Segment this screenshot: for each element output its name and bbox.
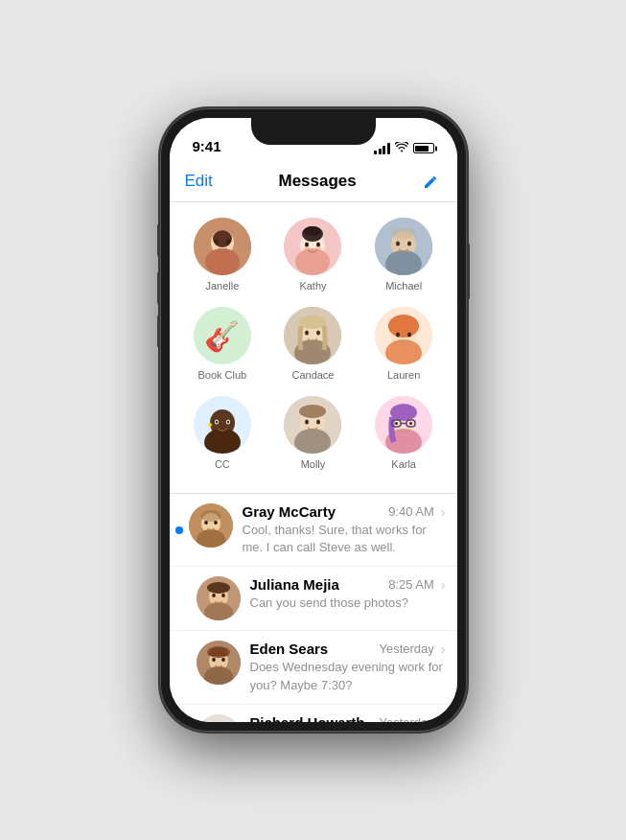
page-title: Messages [279,172,357,191]
msg-time-juliana: 8:25 AM › [388,577,445,593]
pinned-contact-lauren[interactable]: Lauren [370,307,437,381]
msg-sender-juliana: Juliana Mejia [250,576,339,593]
pinned-contacts-section: Janelle [170,202,457,493]
msg-content-eden: Eden Sears Yesterday › Does Wednesday ev… [250,641,446,693]
svg-point-4 [215,240,219,245]
svg-point-2 [213,230,232,247]
svg-point-39 [227,421,229,424]
pinned-contact-candace[interactable]: Candace [279,307,346,381]
svg-point-72 [221,658,225,662]
svg-point-40 [208,423,212,427]
avatar-kathy [284,218,341,275]
pinned-row-2: 🎸 Book Club [170,307,457,381]
svg-point-54 [395,422,398,425]
msg-preview-juliana: Can you send those photos? [250,595,446,612]
svg-point-9 [304,226,321,236]
compose-icon[interactable] [422,172,441,191]
message-list: Gray McCarty 9:40 AM › Cool, thanks! Sur… [170,494,457,722]
pinned-contact-janelle[interactable]: Janelle [189,218,256,292]
avatar-lauren [375,307,432,364]
svg-point-32 [407,333,411,338]
unread-dot-gray [175,526,183,534]
signal-icon [374,143,390,154]
contact-name-cc: CC [215,458,230,470]
svg-point-14 [315,246,321,250]
svg-point-31 [396,333,400,338]
avatar-juliana [197,576,241,620]
avatar-candace [284,307,341,364]
pinned-row-3: CC [170,396,457,470]
wifi-icon [395,142,408,154]
svg-point-46 [299,405,326,418]
nav-bar: Edit Messages [170,160,457,202]
msg-sender-richard: Richard Howarth [250,714,365,722]
svg-point-5 [226,240,230,245]
pinned-contact-bookclub[interactable]: 🎸 Book Club [189,307,256,381]
svg-point-18 [396,242,400,246]
msg-preview-gray: Cool, thanks! Sure, that works for me. I… [243,522,446,556]
avatar-gray [189,503,233,548]
svg-point-45 [316,420,320,425]
avatar-richard [197,714,241,722]
phone-screen: 9:41 Edit [170,118,457,722]
pinned-contact-kathy[interactable]: Kathy [279,218,346,292]
svg-point-3 [205,248,240,275]
svg-point-13 [304,246,310,250]
avatar-bookclub: 🎸 [194,307,251,364]
pinned-contact-michael[interactable]: Michael [370,218,437,292]
contact-name-lauren: Lauren [387,369,420,381]
contact-name-molly: Molly [301,458,326,470]
contact-name-bookclub: Book Club [197,369,246,381]
contact-name-janelle: Janelle [205,280,239,292]
msg-preview-eden: Does Wednesday evening work for you? May… [250,659,446,693]
svg-point-19 [407,242,411,246]
msg-time-eden: Yesterday › [379,642,445,657]
notch [251,118,376,145]
avatar-cc [194,396,251,454]
svg-point-10 [305,243,309,247]
svg-point-71 [212,658,216,662]
status-icons [374,142,434,154]
pinned-contact-cc[interactable]: CC [189,396,256,470]
svg-point-24 [305,331,309,336]
contact-name-michael: Michael [385,280,422,292]
msg-sender-eden: Eden Sears [250,641,329,657]
msg-content-juliana: Juliana Mejia 8:25 AM › Can you send tho… [250,576,446,612]
msg-content-richard: Richard Howarth Yesterday › Wow, that's … [250,714,446,722]
msg-sender-gray: Gray McCarty [243,503,336,520]
svg-point-66 [221,594,225,597]
status-time: 9:41 [193,138,221,154]
avatar-molly [284,396,341,454]
contact-name-karla: Karla [391,458,416,470]
avatar-karla [375,396,432,454]
svg-point-55 [409,422,412,425]
message-row-richard[interactable]: Richard Howarth Yesterday › Wow, that's … [170,705,457,722]
svg-point-61 [200,510,221,522]
contact-name-candace: Candace [291,369,334,381]
msg-time-richard: Yesterday › [379,714,445,722]
contact-name-kathy: Kathy [299,280,326,292]
svg-point-65 [212,594,216,597]
avatar-eden [197,641,241,685]
pinned-contact-karla[interactable]: Karla [370,396,437,470]
svg-point-44 [305,420,309,425]
msg-time-gray: 9:40 AM › [388,504,445,520]
svg-point-74 [197,714,241,722]
phone-frame: 9:41 Edit [160,108,467,732]
content-area: Janelle [170,202,457,722]
svg-point-25 [316,331,320,336]
avatar-michael [375,218,432,275]
msg-content-gray: Gray McCarty 9:40 AM › Cool, thanks! Sur… [243,503,446,556]
message-row-gray[interactable]: Gray McCarty 9:40 AM › Cool, thanks! Sur… [170,494,457,567]
edit-button[interactable]: Edit [185,172,213,191]
battery-icon [413,143,434,153]
svg-point-11 [316,243,320,247]
avatar-janelle [194,218,251,275]
pinned-row-1: Janelle [170,218,457,292]
svg-point-20 [391,227,416,239]
message-row-eden[interactable]: Eden Sears Yesterday › Does Wednesday ev… [170,631,457,704]
svg-point-38 [216,421,218,424]
pinned-contact-molly[interactable]: Molly [279,396,346,470]
message-row-juliana[interactable]: Juliana Mejia 8:25 AM › Can you send tho… [170,567,457,631]
